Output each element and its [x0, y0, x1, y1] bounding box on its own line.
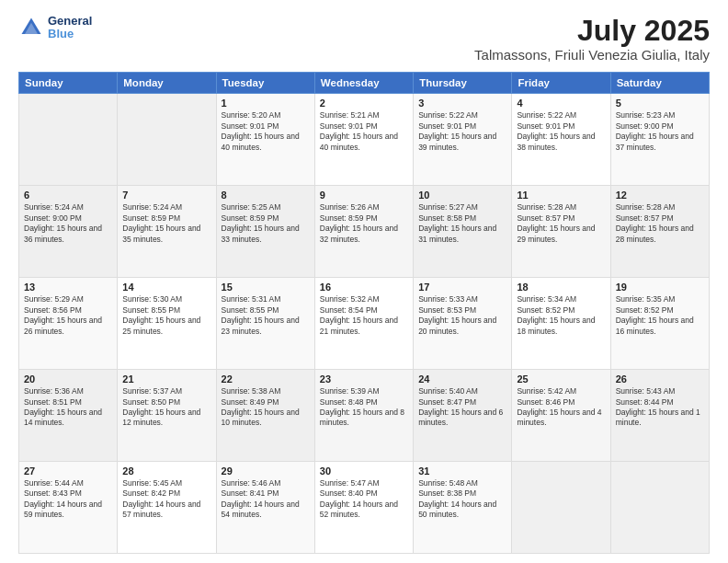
calendar-cell: 11Sunrise: 5:28 AM Sunset: 8:57 PM Dayli…	[512, 186, 610, 278]
cell-info: Sunrise: 5:33 AM Sunset: 8:53 PM Dayligh…	[418, 294, 506, 337]
calendar-title: July 2025	[474, 15, 710, 47]
day-number: 14	[122, 282, 210, 293]
calendar-cell: 21Sunrise: 5:37 AM Sunset: 8:50 PM Dayli…	[118, 370, 216, 462]
day-number: 15	[222, 282, 310, 293]
calendar-cell: 31Sunrise: 5:48 AM Sunset: 8:38 PM Dayli…	[414, 462, 512, 554]
calendar-cell	[610, 462, 709, 554]
calendar-cell: 1Sunrise: 5:20 AM Sunset: 9:01 PM Daylig…	[216, 94, 314, 186]
calendar-cell	[19, 94, 118, 186]
cell-info: Sunrise: 5:24 AM Sunset: 9:00 PM Dayligh…	[24, 202, 112, 245]
cell-info: Sunrise: 5:42 AM Sunset: 8:46 PM Dayligh…	[517, 386, 605, 429]
logo-line2: Blue	[48, 28, 92, 40]
cell-info: Sunrise: 5:40 AM Sunset: 8:47 PM Dayligh…	[418, 386, 506, 429]
calendar-cell: 2Sunrise: 5:21 AM Sunset: 9:01 PM Daylig…	[314, 94, 413, 186]
day-number: 30	[320, 465, 408, 477]
calendar-cell	[512, 462, 610, 554]
cell-info: Sunrise: 5:47 AM Sunset: 8:40 PM Dayligh…	[320, 478, 408, 521]
day-number: 16	[320, 282, 408, 293]
cell-info: Sunrise: 5:26 AM Sunset: 8:59 PM Dayligh…	[320, 202, 408, 245]
calendar-cell: 9Sunrise: 5:26 AM Sunset: 8:59 PM Daylig…	[314, 186, 413, 278]
calendar-cell: 28Sunrise: 5:45 AM Sunset: 8:42 PM Dayli…	[118, 462, 216, 554]
day-number: 17	[418, 282, 506, 293]
logo-text: General Blue	[48, 15, 92, 41]
calendar-cell: 23Sunrise: 5:39 AM Sunset: 8:48 PM Dayli…	[314, 370, 413, 462]
day-number: 25	[517, 373, 605, 385]
week-row-4: 20Sunrise: 5:36 AM Sunset: 8:51 PM Dayli…	[19, 370, 710, 462]
calendar-cell: 6Sunrise: 5:24 AM Sunset: 9:00 PM Daylig…	[19, 186, 118, 278]
logo: General Blue	[18, 15, 92, 41]
calendar-cell: 30Sunrise: 5:47 AM Sunset: 8:40 PM Dayli…	[314, 462, 413, 554]
page: General Blue July 2025 Talmassons, Friul…	[0, 0, 728, 563]
calendar-cell	[118, 94, 216, 186]
calendar-cell: 8Sunrise: 5:25 AM Sunset: 8:59 PM Daylig…	[216, 186, 314, 278]
cell-info: Sunrise: 5:45 AM Sunset: 8:42 PM Dayligh…	[122, 478, 210, 521]
calendar-cell: 19Sunrise: 5:35 AM Sunset: 8:52 PM Dayli…	[610, 278, 709, 370]
header: General Blue July 2025 Talmassons, Friul…	[18, 15, 710, 63]
cell-info: Sunrise: 5:30 AM Sunset: 8:55 PM Dayligh…	[122, 294, 210, 337]
cell-info: Sunrise: 5:27 AM Sunset: 8:58 PM Dayligh…	[418, 202, 506, 245]
cell-info: Sunrise: 5:23 AM Sunset: 9:00 PM Dayligh…	[616, 110, 704, 153]
day-number: 11	[517, 190, 605, 201]
calendar-cell: 3Sunrise: 5:22 AM Sunset: 9:01 PM Daylig…	[414, 94, 512, 186]
cell-info: Sunrise: 5:32 AM Sunset: 8:54 PM Dayligh…	[320, 294, 408, 337]
cell-info: Sunrise: 5:37 AM Sunset: 8:50 PM Dayligh…	[122, 386, 210, 429]
cell-info: Sunrise: 5:34 AM Sunset: 8:52 PM Dayligh…	[517, 294, 605, 337]
day-number: 10	[418, 190, 506, 201]
cell-info: Sunrise: 5:21 AM Sunset: 9:01 PM Dayligh…	[320, 110, 408, 153]
weekday-header-row: SundayMondayTuesdayWednesdayThursdayFrid…	[19, 73, 710, 94]
cell-info: Sunrise: 5:29 AM Sunset: 8:56 PM Dayligh…	[24, 294, 112, 337]
day-number: 3	[418, 98, 506, 109]
calendar-cell: 7Sunrise: 5:24 AM Sunset: 8:59 PM Daylig…	[118, 186, 216, 278]
cell-info: Sunrise: 5:48 AM Sunset: 8:38 PM Dayligh…	[418, 478, 506, 521]
calendar-cell: 15Sunrise: 5:31 AM Sunset: 8:55 PM Dayli…	[216, 278, 314, 370]
calendar-cell: 10Sunrise: 5:27 AM Sunset: 8:58 PM Dayli…	[414, 186, 512, 278]
day-number: 12	[616, 190, 704, 201]
calendar-cell: 16Sunrise: 5:32 AM Sunset: 8:54 PM Dayli…	[314, 278, 413, 370]
cell-info: Sunrise: 5:38 AM Sunset: 8:49 PM Dayligh…	[222, 386, 310, 429]
calendar-cell: 20Sunrise: 5:36 AM Sunset: 8:51 PM Dayli…	[19, 370, 118, 462]
weekday-monday: Monday	[118, 73, 216, 94]
day-number: 18	[517, 282, 605, 293]
day-number: 4	[517, 98, 605, 109]
cell-info: Sunrise: 5:22 AM Sunset: 9:01 PM Dayligh…	[418, 110, 506, 153]
calendar-cell: 17Sunrise: 5:33 AM Sunset: 8:53 PM Dayli…	[414, 278, 512, 370]
calendar-cell: 14Sunrise: 5:30 AM Sunset: 8:55 PM Dayli…	[118, 278, 216, 370]
day-number: 9	[320, 190, 408, 201]
calendar-cell: 27Sunrise: 5:44 AM Sunset: 8:43 PM Dayli…	[19, 462, 118, 554]
calendar-cell: 5Sunrise: 5:23 AM Sunset: 9:00 PM Daylig…	[610, 94, 709, 186]
logo-icon	[18, 15, 44, 40]
cell-info: Sunrise: 5:43 AM Sunset: 8:44 PM Dayligh…	[616, 386, 704, 429]
day-number: 31	[418, 465, 506, 477]
cell-info: Sunrise: 5:25 AM Sunset: 8:59 PM Dayligh…	[222, 202, 310, 245]
weekday-friday: Friday	[512, 73, 610, 94]
day-number: 27	[24, 465, 112, 477]
logo-line1: General	[48, 15, 92, 28]
day-number: 1	[222, 98, 310, 109]
calendar-cell: 12Sunrise: 5:28 AM Sunset: 8:57 PM Dayli…	[610, 186, 709, 278]
week-row-2: 6Sunrise: 5:24 AM Sunset: 9:00 PM Daylig…	[19, 186, 710, 278]
title-block: July 2025 Talmassons, Friuli Venezia Giu…	[474, 15, 710, 63]
cell-info: Sunrise: 5:39 AM Sunset: 8:48 PM Dayligh…	[320, 386, 408, 429]
weekday-sunday: Sunday	[19, 73, 118, 94]
calendar-cell: 25Sunrise: 5:42 AM Sunset: 8:46 PM Dayli…	[512, 370, 610, 462]
day-number: 22	[222, 373, 310, 385]
calendar-cell: 29Sunrise: 5:46 AM Sunset: 8:41 PM Dayli…	[216, 462, 314, 554]
week-row-3: 13Sunrise: 5:29 AM Sunset: 8:56 PM Dayli…	[19, 278, 710, 370]
day-number: 24	[418, 373, 506, 385]
day-number: 21	[122, 373, 210, 385]
cell-info: Sunrise: 5:24 AM Sunset: 8:59 PM Dayligh…	[122, 202, 210, 245]
cell-info: Sunrise: 5:20 AM Sunset: 9:01 PM Dayligh…	[222, 110, 310, 153]
week-row-1: 1Sunrise: 5:20 AM Sunset: 9:01 PM Daylig…	[19, 94, 710, 186]
day-number: 23	[320, 373, 408, 385]
weekday-thursday: Thursday	[414, 73, 512, 94]
weekday-wednesday: Wednesday	[314, 73, 413, 94]
calendar-table: SundayMondayTuesdayWednesdayThursdayFrid…	[18, 72, 710, 554]
cell-info: Sunrise: 5:31 AM Sunset: 8:55 PM Dayligh…	[222, 294, 310, 337]
day-number: 28	[122, 465, 210, 477]
day-number: 6	[24, 190, 112, 201]
cell-info: Sunrise: 5:36 AM Sunset: 8:51 PM Dayligh…	[24, 386, 112, 429]
calendar-cell: 18Sunrise: 5:34 AM Sunset: 8:52 PM Dayli…	[512, 278, 610, 370]
calendar-cell: 13Sunrise: 5:29 AM Sunset: 8:56 PM Dayli…	[19, 278, 118, 370]
calendar-subtitle: Talmassons, Friuli Venezia Giulia, Italy	[474, 47, 710, 63]
weekday-tuesday: Tuesday	[216, 73, 314, 94]
